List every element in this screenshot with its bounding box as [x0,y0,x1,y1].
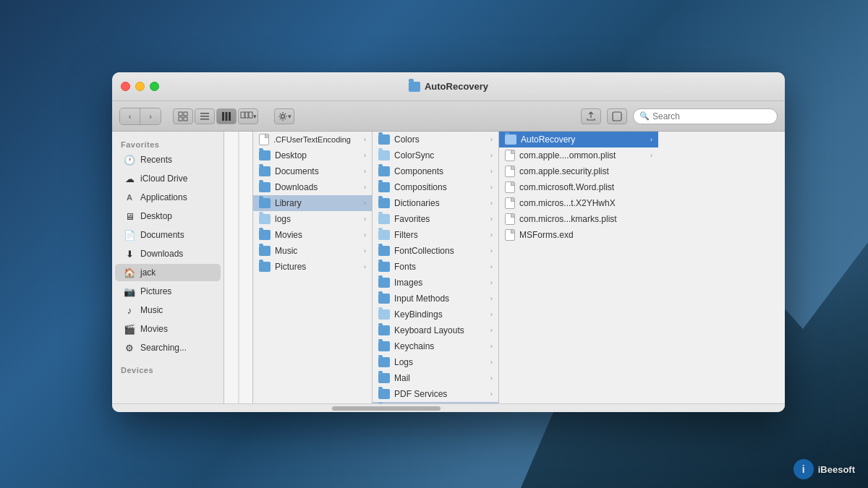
col3-item-plist1[interactable]: com.apple....ommon.plist › [499,147,658,163]
col2-item-colorsync[interactable]: ColorSync › [373,147,498,163]
col2-label-fonts: Fonts [394,262,416,272]
sidebar-label-movies: Movies [140,324,168,334]
tag-button[interactable] [607,108,627,124]
col3-label-plist1: com.apple....ommon.plist [519,150,616,160]
col1-item-music[interactable]: Music › [253,243,372,259]
sidebar-item-jack[interactable]: 🏠 jack [115,264,221,281]
col2-chevron-15: › [490,374,493,382]
col2-chevron-2: › [490,168,493,175]
sidebar-item-recents[interactable]: 🕐 Recents [115,151,221,168]
view-columns-button[interactable] [216,108,237,124]
folder-icon [378,166,390,176]
horizontal-scrollbar[interactable] [112,403,785,412]
col2-item-components[interactable]: Components › [373,163,498,179]
col1-item-desktop[interactable]: Desktop › [253,147,372,163]
col2-chevron-13: › [490,343,493,350]
sidebar-label-searching: Searching... [140,343,187,353]
svg-rect-2 [179,117,182,121]
col1-item-pictures[interactable]: Pictures › [253,259,372,275]
scroll-thumb[interactable] [332,406,441,411]
folder-icon [259,150,271,160]
col2-item-keybindings[interactable]: KeyBindings › [373,307,498,322]
minimize-button[interactable] [135,82,145,91]
col2-chevron-9: › [490,279,493,286]
downloads-icon: ⬇ [124,248,135,260]
col3-label-plist4: com.micros...t.X2YHwhX [519,198,616,208]
folder-icon [378,341,390,351]
svg-rect-7 [222,112,224,121]
col1-item-downloads[interactable]: Downloads › [253,179,372,195]
col2-label-fontcollections: FontCollections [394,246,454,256]
search-bar[interactable]: 🔍 [633,108,778,124]
col2-label-favorites: Favorites [394,214,430,224]
close-button[interactable] [121,82,130,91]
col1-item-movies[interactable]: Movies › [253,227,372,243]
col3-label-plist2: com.apple.security.plist [519,166,609,176]
col3-item-msforms[interactable]: MSForms.exd [499,227,658,243]
col2-item-compositions[interactable]: Compositions › [373,179,498,195]
col3-item-autorecovery[interactable]: AutoRecovery › [499,132,658,147]
col1-item-documents[interactable]: Documents › [253,163,372,179]
col3-item-plist2[interactable]: com.apple.security.plist [499,163,658,179]
col1-item-logs[interactable]: logs › [253,211,372,227]
col1-label-cfuser: .CFUserTextEncoding [273,135,351,144]
view-icon-button[interactable] [173,108,193,124]
file-icon [505,150,515,161]
applications-icon: A [124,192,135,203]
col2-item-inputmethods[interactable]: Input Methods › [373,291,498,307]
sidebar-item-music[interactable]: ♪ Music [115,301,221,319]
sidebar-item-icloud[interactable]: ☁ iCloud Drive [115,170,221,187]
view-list-button[interactable] [195,108,215,124]
sidebar-label-downloads: Downloads [140,249,183,259]
sidebar-item-desktop[interactable]: 🖥 Desktop [115,207,221,225]
sidebar-item-downloads[interactable]: ⬇ Downloads [115,245,221,262]
col2-item-pdfservices[interactable]: PDF Services › [373,386,498,402]
sidebar-item-documents[interactable]: 📄 Documents [115,226,221,244]
col2-item-colors[interactable]: Colors › [373,132,498,147]
col3-item-plist4[interactable]: com.micros...t.X2YHwhX [499,195,658,211]
col1-label-desktop: Desktop [275,150,307,160]
share-button[interactable] [581,108,601,124]
folder-icon [378,182,390,192]
col2-item-mail[interactable]: Mail › [373,370,498,386]
window-title: AutoRecovery [425,81,488,92]
searching-icon: ⚙ [124,342,135,354]
forward-button[interactable]: › [140,108,161,124]
search-input[interactable] [652,111,771,121]
sidebar-item-movies[interactable]: 🎬 Movies [115,320,221,338]
col1-item-library[interactable]: Library › [253,195,372,211]
svg-rect-12 [249,112,252,118]
sidebar-item-pictures[interactable]: 📷 Pictures [115,283,221,300]
col2-item-preferences[interactable]: Preferences › [373,402,498,403]
col2-item-keychains[interactable]: Keychains › [373,338,498,354]
col3-item-plist3[interactable]: com.microsoft.Word.plist [499,179,658,195]
col1-item-cfuser[interactable]: .CFUserTextEncoding › [253,132,372,147]
svg-rect-11 [245,112,248,118]
back-button[interactable]: ‹ [120,108,140,124]
col2-item-keyboardlayouts[interactable]: Keyboard Layouts › [373,322,498,338]
action-gear-button[interactable]: ▾ [274,108,294,124]
col2-item-filters[interactable]: Filters › [373,227,498,243]
maximize-button[interactable] [150,82,159,91]
col2-item-dictionaries[interactable]: Dictionaries › [373,195,498,211]
ibesoft-logo: i [793,459,814,479]
col3-label-plist3: com.microsoft.Word.plist [519,182,614,192]
col2-item-fonts[interactable]: Fonts › [373,259,498,275]
col1-label-music: Music [275,246,297,256]
file-icon [505,197,515,209]
sidebar-item-searching[interactable]: ⚙ Searching... [115,339,221,356]
col2-chevron-1: › [490,152,493,159]
col2-item-images[interactable]: Images › [373,275,498,291]
col2-item-favorites[interactable]: Favorites › [373,211,498,227]
favorites-label: Favorites [112,137,224,150]
col3-item-plist5[interactable]: com.micros...kmarks.plist [499,211,658,227]
col2-label-components: Components [394,166,443,176]
folder-icon [505,134,516,145]
sidebar-item-applications[interactable]: A Applications [115,189,221,206]
col2-chevron-0: › [490,136,493,143]
col2-item-logs[interactable]: Logs › [373,354,498,370]
col2-item-fontcollections[interactable]: FontCollections › [373,243,498,259]
view-gallery-button[interactable]: ▾ [238,108,258,124]
col1-chevron-2: › [364,168,366,175]
svg-rect-6 [200,119,209,120]
